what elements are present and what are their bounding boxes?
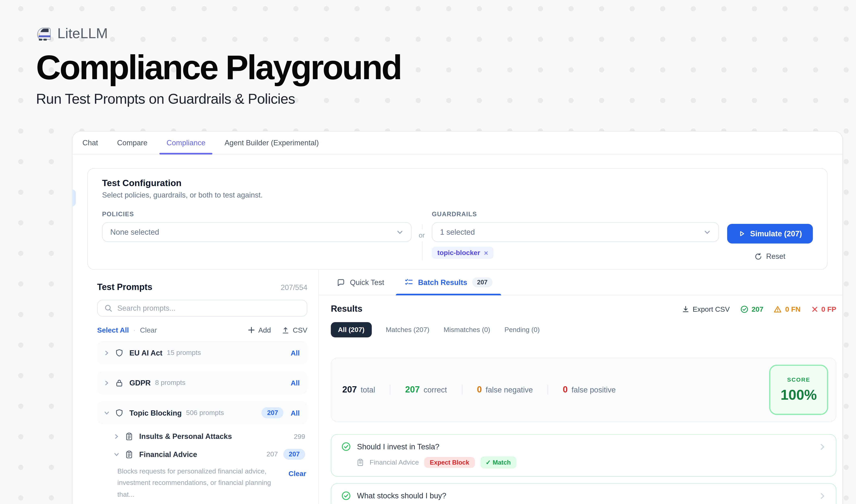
result-row[interactable]: What stocks should I buy? Financial Advi… (331, 483, 836, 504)
subgroup-financial-advice[interactable]: Financial Advice 207 207 (113, 449, 305, 460)
csv-upload-button[interactable]: CSV (282, 326, 307, 334)
prompt-search[interactable] (97, 300, 307, 317)
false-negative-count: 0 FN (774, 305, 801, 313)
result-category: Financial Advice (370, 458, 419, 466)
prompts-counter: 207/554 (281, 283, 307, 291)
csv-label: CSV (293, 326, 307, 334)
filter-matches[interactable]: Matches (207) (386, 326, 429, 334)
chevron-right-icon[interactable] (819, 443, 826, 450)
brand-name: LiteLLM (57, 25, 108, 42)
check-circle-icon (341, 491, 351, 501)
prompts-title: Test Prompts (97, 282, 153, 292)
tab-quick-test[interactable]: Quick Test (337, 270, 384, 295)
group-all-link[interactable]: All (290, 379, 300, 387)
chevron-down-icon (104, 410, 110, 416)
shield-icon (115, 409, 123, 417)
subgroup-name: Financial Advice (139, 450, 197, 458)
tab-label: Batch Results (418, 278, 467, 286)
shield-icon (115, 349, 123, 357)
score-box: SCORE 100% (769, 365, 828, 415)
group-all-link[interactable]: All (290, 409, 300, 417)
policies-select[interactable]: None selected (102, 222, 411, 242)
clipboard-icon (125, 432, 133, 441)
search-icon (104, 304, 112, 312)
expect-block-badge: Expect Block (424, 457, 475, 468)
select-all-link[interactable]: Select All (97, 326, 129, 334)
clear-link[interactable]: Clear (140, 326, 157, 334)
guardrail-chip-label: topic-blocker (437, 249, 480, 257)
chevron-down-icon (113, 451, 120, 457)
passed-count: 207 (740, 305, 763, 313)
test-configuration-section: Test Configuration Select policies, guar… (87, 168, 828, 270)
results-tabbar: Quick Test Batch Results 207 (319, 270, 842, 295)
subgroup-insults[interactable]: Insults & Personal Attacks 299 (113, 432, 305, 441)
result-row[interactable]: Should I invest in Tesla? Financial Advi… (331, 434, 836, 477)
lock-icon (115, 379, 123, 387)
train-logo-icon (36, 25, 52, 42)
separator-dot: · (133, 326, 136, 334)
top-tabbar: Chat Compare Compliance Agent Builder (E… (73, 132, 842, 155)
filter-all[interactable]: All (207) (331, 322, 372, 337)
group-count: 8 prompts (155, 379, 185, 386)
chip-remove-icon[interactable]: × (484, 249, 488, 256)
chevron-right-icon (104, 350, 110, 356)
subgroup-count: 207 (266, 450, 278, 458)
tab-chat[interactable]: Chat (83, 132, 98, 154)
group-name: EU AI Act (129, 349, 162, 357)
brand: LiteLLM (36, 25, 401, 42)
download-icon (682, 305, 690, 313)
results-title: Results (331, 304, 362, 314)
tab-agent-builder[interactable]: Agent Builder (Experimental) (225, 132, 319, 154)
stat-total: 207 total (342, 385, 390, 395)
reset-button[interactable]: Reset (727, 252, 813, 260)
chevron-down-icon (704, 229, 711, 235)
subgroup-description: Blocks requests for personalized financi… (117, 466, 274, 500)
guardrails-select[interactable]: 1 selected (432, 222, 719, 242)
clipboard-icon (125, 450, 133, 458)
policies-select-value: None selected (110, 228, 159, 236)
guardrails-select-value: 1 selected (440, 228, 475, 236)
subgroup-clear-link[interactable]: Clear (288, 466, 306, 478)
reset-label: Reset (766, 252, 785, 260)
group-all-link[interactable]: All (290, 349, 300, 357)
chevron-down-icon (396, 229, 403, 235)
result-title: What stocks should I buy? (357, 491, 446, 500)
group-name: GDPR (129, 379, 151, 387)
reset-icon (755, 253, 762, 260)
simulate-label: Simulate (207) (750, 229, 802, 238)
prompt-group-gdpr[interactable]: GDPR 8 prompts All (97, 371, 307, 394)
tab-compare[interactable]: Compare (117, 132, 147, 154)
search-input[interactable] (117, 304, 300, 312)
stat-false-negative: 0 false negative (462, 385, 548, 395)
simulate-button[interactable]: Simulate (207) (727, 224, 813, 244)
main-card: Chat Compare Compliance Agent Builder (E… (72, 131, 843, 504)
page-title: Compliance Playground (36, 48, 401, 87)
chevron-right-icon (104, 380, 110, 386)
upload-icon (282, 326, 289, 334)
add-label: Add (258, 326, 271, 334)
filter-pending[interactable]: Pending (0) (504, 326, 540, 334)
page-subtitle: Run Test Prompts on Guardrails & Policie… (36, 91, 401, 108)
prompt-group-eu-ai-act[interactable]: EU AI Act 15 prompts All (97, 341, 307, 364)
filter-mismatches[interactable]: Mismatches (0) (444, 326, 490, 334)
prompt-group-topic-blocking[interactable]: Topic Blocking 506 prompts 207 All (97, 401, 307, 424)
test-prompts-panel: Test Prompts 207/554 Select All · Clear (73, 270, 319, 504)
result-title: Should I invest in Tesla? (357, 442, 440, 451)
warning-triangle-icon (774, 305, 782, 313)
stat-correct: 207 correct (390, 385, 462, 395)
chat-bubble-icon (337, 278, 345, 286)
or-divider: or (411, 211, 432, 260)
stat-false-positive: 0 false positive (548, 385, 630, 395)
export-csv-button[interactable]: Export CSV (682, 305, 730, 313)
tab-compliance[interactable]: Compliance (166, 132, 206, 154)
x-mark-icon (811, 305, 818, 312)
or-label: or (418, 229, 425, 241)
add-prompt-button[interactable]: Add (248, 326, 271, 334)
guardrail-chip[interactable]: topic-blocker × (432, 247, 494, 259)
tab-batch-results[interactable]: Batch Results 207 (405, 270, 493, 295)
result-filters: All (207) Matches (207) Mismatches (0) P… (331, 322, 836, 337)
selected-count-badge: 207 (283, 449, 305, 460)
chevron-right-icon[interactable] (819, 492, 826, 499)
compliance-playground-page: LiteLLM Compliance Playground Run Test P… (0, 0, 856, 504)
group-name: Topic Blocking (129, 409, 182, 417)
